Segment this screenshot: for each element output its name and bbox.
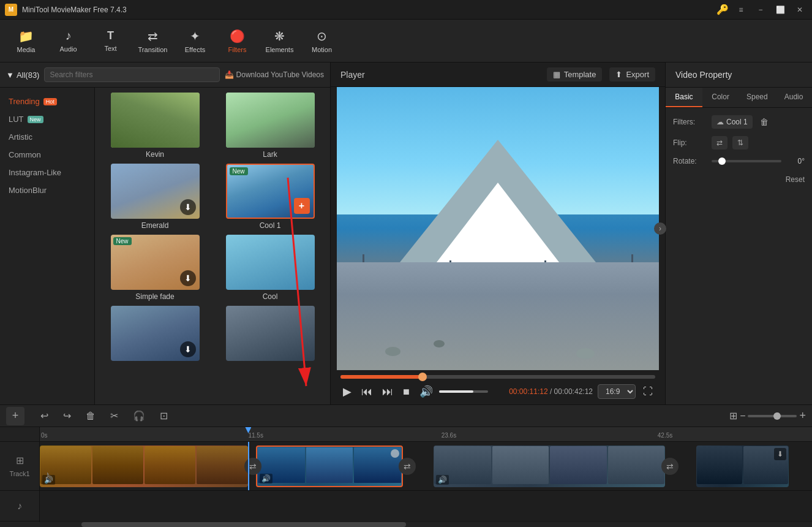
clip-3[interactable]: 🔊 [434,445,665,487]
player-controls: ▶ ⏮ ⏭ ■ 🔊 00:00:11:12 / 00:00:42:12 16:9 [331,370,665,404]
lut-label: LUT [9,115,24,124]
toolbar-filters[interactable]: 🔴 Filters [217,23,257,59]
clip-1[interactable]: 🔊 [40,445,248,487]
filter-item-cool[interactable]: Cool [215,235,325,301]
playhead[interactable] [248,442,249,490]
add-cool1-button[interactable]: + [294,198,310,214]
filter-item-emerald[interactable]: ⬇ Emerald [100,164,210,230]
zoom-out-icon[interactable]: − [740,411,745,422]
transition-arrow-2[interactable]: ⇄ [399,458,416,475]
filter-category-common[interactable]: Common [0,146,94,164]
fullscreen-button[interactable]: ⛶ [641,385,655,398]
download-simplefade-icon[interactable]: ⬇ [180,270,196,286]
reset-button[interactable]: Reset [673,175,805,184]
minimize-button[interactable]: − [753,2,768,17]
filter-item-8[interactable] [215,306,325,363]
add-track-button[interactable]: + [6,407,24,425]
tab-audio[interactable]: Audio [775,88,812,107]
ruler-label-2: 23.6s [442,430,456,439]
zoom-fit-icon[interactable]: ⊞ [729,410,737,422]
clip-2[interactable]: 🔊 [256,445,403,487]
download-emerald-icon[interactable]: ⬇ [180,199,196,215]
zoom-in-icon[interactable]: + [799,409,806,422]
youtube-download-button[interactable]: 📥 Download YouTube Videos [225,70,324,79]
filter-category-artistic[interactable]: Artistic [0,128,94,146]
horizontal-scrollbar[interactable] [0,522,812,527]
key-icon[interactable]: 🔑 [716,4,729,15]
audio-button[interactable]: 🎧 [129,408,149,423]
rotate-slider-thumb [718,157,726,165]
close-button[interactable]: ✕ [792,2,807,17]
volume-icon[interactable]: 🔊 [417,384,435,400]
restore-button[interactable]: ⬜ [773,2,788,17]
filter-item-simplefade[interactable]: New ⬇ Simple fade [100,235,210,301]
effects-label: Effects [185,46,205,53]
transition-arrow-3[interactable]: ⇄ [661,458,679,475]
filter-value-pill: ☁ Cool 1 [712,115,753,129]
delete-filter-button[interactable]: 🗑 [760,117,769,127]
tab-basic[interactable]: Basic [666,88,702,107]
control-row: ▶ ⏮ ⏭ ■ 🔊 00:00:11:12 / 00:00:42:12 16:9 [340,384,655,400]
filters-icon: 🔴 [230,29,245,44]
filter-thumb-simplefade: New ⬇ [111,235,200,290]
rotate-row: Rotate: 0° [673,157,805,165]
volume-slider[interactable] [439,390,488,393]
progress-bar[interactable] [340,375,655,379]
toolbar-text[interactable]: T Text [91,23,130,59]
common-label: Common [9,150,41,159]
zoom-slider[interactable] [748,415,797,417]
timeline-toolbar: + ↩ ↪ 🗑 ✂ 🎧 ⊡ ⊞ − + [0,405,812,427]
template-label: Template [564,70,596,79]
filter-category-lut[interactable]: LUT New [0,110,94,128]
prev-frame-button[interactable]: ⏮ [359,384,375,400]
video-track-icon: ⊞ [16,455,24,466]
tab-speed[interactable]: Speed [739,88,776,107]
crop-button[interactable]: ⊡ [156,408,171,423]
filter-item-cool1[interactable]: New + Cool 1 [215,164,325,230]
menu-button[interactable]: ≡ [734,2,748,17]
filter-category-motionblur[interactable]: MotionBlur [0,181,94,199]
filter-item-lark[interactable]: Lark [215,93,325,159]
undo-button[interactable]: ↩ [37,408,52,423]
rotate-slider[interactable] [712,160,781,162]
flip-horizontal-button[interactable]: ⇄ [712,136,727,150]
redo-button[interactable]: ↪ [59,408,75,423]
template-button[interactable]: ▦ Template [547,67,603,82]
filter-header: ▼ All(83) 📥 Download YouTube Videos [0,63,330,88]
ruler-mark-0: 0s [41,427,48,441]
flip-vertical-button[interactable]: ⇅ [732,136,748,150]
play-button[interactable]: ▶ [340,384,354,400]
aspect-ratio-select[interactable]: 16:9 4:3 9:16 [598,384,636,399]
toolbar-effects[interactable]: ✦ Effects [175,23,215,59]
filter-item-kevin[interactable]: Kevin [100,93,210,159]
download-7-icon[interactable]: ⬇ [180,341,196,357]
player-area: Player ▦ Template ⬆ Export [331,63,665,404]
collapse-panel-button[interactable]: › [654,222,666,235]
clip-4[interactable]: ⬇ [696,445,789,487]
filter-category-trending[interactable]: Trending Hot [0,93,94,110]
toolbar-elements[interactable]: ❋ Elements [260,23,299,59]
toolbar-media[interactable]: 📁 Media [6,23,46,59]
progress-handle[interactable] [418,373,427,381]
transition-arrow-1[interactable]: ⇄ [244,458,261,475]
toolbar-transition[interactable]: ⇄ Transition [133,23,173,59]
tab-color[interactable]: Color [702,88,739,107]
all-filters-toggle[interactable]: ▼ All(83) [6,70,39,80]
filter-name-value: Cool 1 [726,118,748,126]
export-button[interactable]: ⬆ Export [609,67,655,82]
filter-search-input[interactable] [44,67,219,82]
filter-category-instagram[interactable]: Instagram-Like [0,164,94,181]
rotate-value: 0° [786,157,805,165]
toolbar-motion[interactable]: ⊙ Motion [302,23,342,59]
stop-button[interactable]: ■ [400,384,412,400]
youtube-label: Download YouTube Videos [236,70,324,79]
next-frame-button[interactable]: ⏭ [380,384,396,400]
total-time-value: 00:00:42:12 [554,387,593,396]
filter-item-7[interactable]: ⬇ [100,306,210,363]
audio-icon: ♪ [66,29,72,43]
delete-button[interactable]: 🗑 [82,409,99,423]
scroll-thumb[interactable] [81,522,406,527]
video-property-panel: Video Property Basic Color Speed Audio F… [665,63,812,404]
cut-button[interactable]: ✂ [107,408,122,423]
toolbar-audio[interactable]: ♪ Audio [48,23,88,59]
